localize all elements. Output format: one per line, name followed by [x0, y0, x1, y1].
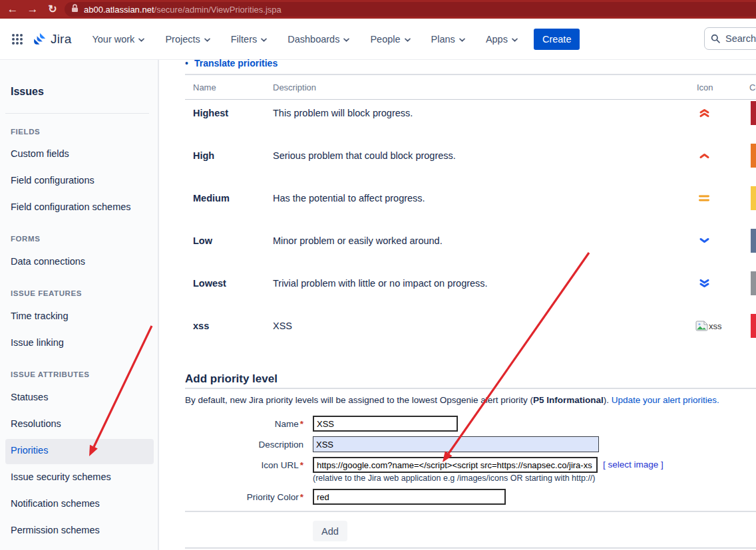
- sidebar-item-permission-schemes[interactable]: Permission schemes: [11, 525, 100, 535]
- priority-name: Lowest: [193, 278, 226, 289]
- column-header-color: Color: [749, 82, 756, 92]
- nav-item-filters[interactable]: Filters: [231, 34, 267, 45]
- priority-equals-icon: [695, 194, 713, 202]
- sidebar-item-issue-security-schemes[interactable]: Issue security schemes: [11, 472, 111, 482]
- jira-wordmark: Jira: [51, 32, 71, 47]
- sidebar-item-resolutions[interactable]: Resolutions: [11, 418, 61, 429]
- nav-item-dashboards[interactable]: Dashboards: [287, 34, 349, 45]
- url-text: ab00.atlassian.net/secure/admin/ViewPrio…: [84, 5, 282, 15]
- column-header-icon: Icon: [697, 82, 713, 92]
- icon-url-help-text: (relative to the Jira web application e.…: [313, 474, 596, 483]
- chevron-down-icon: [138, 38, 144, 42]
- chevron-down-icon: [261, 38, 267, 42]
- priority-color-swatch: [751, 186, 756, 210]
- lock-icon: [71, 3, 79, 15]
- browser-reload-button[interactable]: ↻: [45, 0, 60, 19]
- broken-image-icon: xss: [695, 321, 722, 331]
- list-bullet: [185, 57, 194, 69]
- icon-url-label: Icon URL*: [185, 460, 303, 470]
- table-row-xss: xss XSS xss: [0, 305, 756, 347]
- priority-description: Minor problem or easily worked around.: [273, 235, 443, 246]
- required-asterisk: *: [300, 492, 303, 502]
- translate-priorities-link[interactable]: Translate priorities: [194, 58, 278, 69]
- table-row-low: Low Minor problem or easily worked aroun…: [0, 219, 756, 262]
- table-row-high: High Serious problem that could block pr…: [0, 134, 756, 177]
- add-priority-level-title: Add priority level: [185, 372, 278, 386]
- jira-top-navbar: Jira Your work Projects Filters Dashboar…: [0, 19, 756, 60]
- required-asterisk: *: [300, 460, 303, 470]
- chevron-down-icon: [204, 38, 210, 42]
- priority-color-label: Priority Color*: [185, 492, 303, 502]
- priority-color-swatch: [751, 314, 756, 338]
- sidebar-item-priorities[interactable]: Priorities: [11, 445, 48, 456]
- select-image-link[interactable]: [ select image ]: [603, 460, 663, 470]
- priority-color-swatch: [751, 229, 756, 253]
- priority-color-swatch: [751, 144, 756, 168]
- icon-url-field[interactable]: [313, 457, 598, 473]
- chevron-down-icon: [512, 38, 518, 42]
- add-form-intro: By default, new Jira priority levels wil…: [185, 395, 719, 405]
- translate-priorities-row: Translate priorities: [185, 57, 278, 69]
- nav-item-people[interactable]: People: [370, 34, 410, 45]
- name-label: Name*: [185, 419, 303, 429]
- table-row-medium: Medium Has the potential to affect progr…: [0, 177, 756, 219]
- form-divider: [185, 511, 756, 512]
- sidebar-item-statuses[interactable]: Statuses: [11, 392, 48, 402]
- priority-chevrons-up-icon: [695, 108, 713, 118]
- priority-chevron-up-icon: [695, 152, 713, 160]
- name-field[interactable]: [313, 416, 458, 432]
- nav-item-projects[interactable]: Projects: [165, 34, 210, 45]
- priority-description: XSS: [273, 321, 292, 331]
- chevron-down-icon: [459, 38, 465, 42]
- column-header-description: Description: [273, 82, 316, 92]
- table-row-lowest: Lowest Trivial problem with little or no…: [0, 262, 756, 305]
- chevron-down-icon: [405, 38, 411, 42]
- priority-description: Trivial problem with little or no impact…: [273, 278, 488, 289]
- priority-name: Highest: [193, 108, 228, 118]
- priority-name: xss: [193, 321, 209, 331]
- chevron-down-icon: [343, 38, 349, 42]
- browser-toolbar: ← → ↻ ab00.atlassian.net/secure/admin/Vi…: [0, 0, 756, 19]
- nav-item-your-work[interactable]: Your work: [92, 34, 144, 45]
- nav-item-apps[interactable]: Apps: [486, 34, 518, 45]
- priority-chevrons-down-icon: [695, 278, 713, 289]
- table-row-highest: Highest This problem will block progress…: [0, 92, 756, 134]
- section-divider: [185, 388, 756, 389]
- browser-forward-button[interactable]: →: [25, 0, 40, 19]
- priority-description: Has the potential to affect progress.: [273, 193, 425, 204]
- opsgenie-priority-bold: P5 Informational: [533, 395, 604, 405]
- address-bar[interactable]: ab00.atlassian.net/secure/admin/ViewPrio…: [65, 2, 756, 17]
- column-header-name: Name: [193, 82, 216, 92]
- sidebar-item-notification-schemes[interactable]: Notification schemes: [11, 498, 100, 509]
- bottom-divider: [185, 547, 756, 549]
- priority-color-field[interactable]: [313, 489, 506, 505]
- sidebar-section-issue-attributes: ISSUE ATTRIBUTES: [11, 370, 89, 378]
- browser-back-button[interactable]: ←: [5, 0, 20, 19]
- update-alert-priorities-link[interactable]: Update your alert priorities.: [612, 395, 719, 405]
- jira-logo[interactable]: Jira: [33, 32, 71, 47]
- create-button[interactable]: Create: [534, 29, 580, 50]
- search-input[interactable]: Search: [704, 27, 756, 50]
- priority-name: High: [193, 150, 214, 161]
- priority-color-swatch: [751, 101, 756, 125]
- priority-description: Serious problem that could block progres…: [273, 150, 456, 161]
- description-field[interactable]: [313, 436, 599, 452]
- description-label: Description: [185, 440, 303, 450]
- required-asterisk: *: [300, 419, 303, 429]
- priority-name: Medium: [193, 193, 230, 204]
- broken-image-alt-text: xss: [709, 321, 722, 331]
- priority-color-swatch: [751, 271, 756, 295]
- app-switcher-icon[interactable]: [12, 34, 23, 45]
- priority-description: This problem will block progress.: [273, 108, 413, 118]
- nav-item-plans[interactable]: Plans: [431, 34, 465, 45]
- search-icon: [711, 34, 720, 43]
- add-button[interactable]: Add: [313, 521, 347, 541]
- jira-mark-icon: [33, 32, 47, 46]
- table-top-divider: [185, 74, 756, 75]
- jira-admin-priorities-page: ← → ↻ ab00.atlassian.net/secure/admin/Vi…: [0, 0, 756, 550]
- priority-chevron-down-icon: [695, 237, 713, 245]
- priority-name: Low: [193, 235, 212, 246]
